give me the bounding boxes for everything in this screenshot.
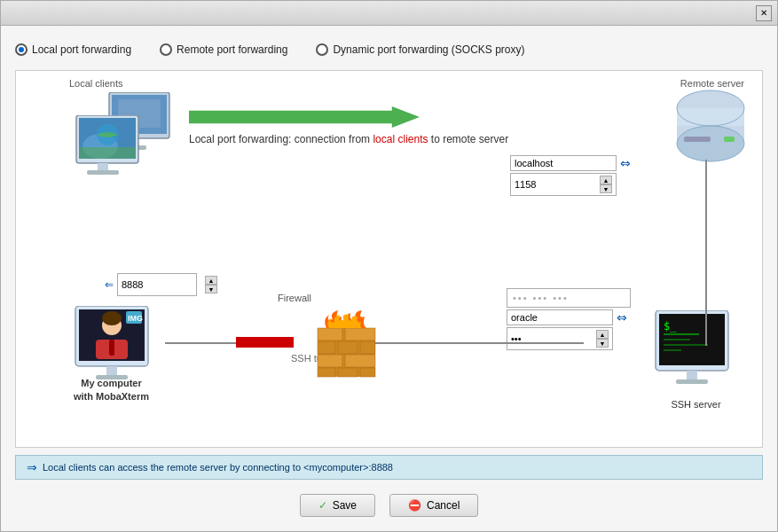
local-port-arrow-icon: ⇐ xyxy=(105,278,114,291)
local-port-box[interactable]: ▲ ▼ xyxy=(117,273,197,296)
svg-rect-38 xyxy=(664,339,690,340)
diagram-area: Local clients Remote server Firewall SSH… xyxy=(15,70,763,448)
status-text: Local clients can access the remote serv… xyxy=(43,462,393,473)
spinner-down[interactable]: ▼ xyxy=(596,339,609,348)
status-bar: ⇒ Local clients can access the remote se… xyxy=(15,455,763,480)
content-area: Local port forwarding Remote port forwar… xyxy=(1,26,777,531)
svg-rect-3 xyxy=(677,108,744,126)
line-ssh-to-remote xyxy=(705,160,707,346)
my-computer-icon: IMG xyxy=(71,306,164,397)
svg-rect-51 xyxy=(360,368,375,377)
ssh-server-icon: $_ xyxy=(651,310,744,402)
svg-rect-49 xyxy=(318,368,335,377)
ssh-port-box[interactable]: ▲ ▼ xyxy=(507,327,613,350)
firewall-block xyxy=(236,337,294,348)
svg-rect-7 xyxy=(724,137,735,142)
svg-rect-24 xyxy=(106,366,117,375)
radio-local-label: Local port forwarding xyxy=(32,43,131,56)
ssh-port-spinner[interactable]: ▲ ▼ xyxy=(596,330,609,348)
titlebar: ✕ xyxy=(1,1,777,26)
main-window: ✕ Local port forwarding Remote port forw… xyxy=(0,0,778,532)
svg-rect-28 xyxy=(109,340,114,356)
svg-rect-48 xyxy=(345,355,375,367)
svg-text:$_: $_ xyxy=(664,320,677,332)
radio-local[interactable]: Local port forwarding xyxy=(15,43,131,56)
remote-host-row: ⇔ xyxy=(510,155,631,171)
save-icon: ✓ xyxy=(318,499,327,512)
svg-rect-25 xyxy=(96,375,128,379)
svg-rect-43 xyxy=(345,328,375,340)
svg-rect-6 xyxy=(684,137,711,142)
spinner-up[interactable]: ▲ xyxy=(205,276,217,285)
ssh-host-input[interactable] xyxy=(511,312,591,323)
status-arrow-icon: ⇒ xyxy=(27,460,37,474)
spinner-down[interactable]: ▼ xyxy=(205,285,217,293)
local-port-input[interactable] xyxy=(122,279,201,290)
svg-rect-20 xyxy=(79,147,136,159)
button-row: ✓ Save ⛔ Cancel xyxy=(15,487,763,520)
remote-port-input[interactable] xyxy=(515,179,594,190)
radio-row: Local port forwarding Remote port forwar… xyxy=(15,36,763,63)
spinner-up[interactable]: ▲ xyxy=(596,330,609,339)
local-clients-label: Local clients xyxy=(69,78,123,89)
spinner-down[interactable]: ▼ xyxy=(600,184,612,193)
svg-rect-16 xyxy=(98,163,108,171)
svg-rect-17 xyxy=(87,170,119,175)
spinner-up[interactable]: ▲ xyxy=(600,176,612,184)
remote-input-group: ⇔ ▲ ▼ xyxy=(510,155,631,196)
cancel-label: Cancel xyxy=(427,499,460,512)
remote-server-label: Remote server xyxy=(680,78,744,89)
radio-dynamic-circle xyxy=(316,43,328,56)
ssh-host-box[interactable] xyxy=(507,309,613,325)
local-port-group: ⇐ ▲ ▼ xyxy=(105,273,197,296)
remote-server-icon xyxy=(675,89,746,171)
save-label: Save xyxy=(333,499,357,512)
radio-dynamic[interactable]: Dynamic port forwarding (SOCKS proxy) xyxy=(316,43,524,56)
radio-local-circle xyxy=(15,43,28,56)
ssh-input-group: ••• ••• ••• ⇔ ▲ ▼ xyxy=(507,288,631,350)
ssh-host-blurred-row: ••• ••• ••• xyxy=(507,288,631,308)
radio-remote-circle xyxy=(160,43,172,56)
close-button[interactable]: ✕ xyxy=(756,5,772,21)
description-text: Local port forwarding: connection from l… xyxy=(189,133,508,145)
remote-host-box[interactable] xyxy=(510,155,617,171)
ssh-host-row: ⇔ xyxy=(507,309,631,325)
direction-arrow xyxy=(189,105,437,129)
svg-rect-47 xyxy=(318,355,342,367)
line-firewall-to-ssh xyxy=(362,342,584,344)
ssh-host-arrow-icon: ⇔ xyxy=(617,310,627,325)
svg-rect-42 xyxy=(318,328,342,340)
svg-rect-34 xyxy=(687,371,697,379)
cancel-icon: ⛔ xyxy=(408,499,421,512)
local-client-monitor-front xyxy=(69,115,153,198)
ssh-server-label: SSH server xyxy=(649,399,743,410)
radio-dynamic-label: Dynamic port forwarding (SOCKS proxy) xyxy=(333,43,524,56)
remote-port-spinner[interactable]: ▲ ▼ xyxy=(600,176,612,193)
firewall-label: Firewall xyxy=(278,293,311,303)
remote-port-row: ▲ ▼ xyxy=(510,173,631,196)
svg-rect-37 xyxy=(664,333,699,335)
svg-rect-46 xyxy=(360,341,375,354)
svg-rect-50 xyxy=(338,368,358,377)
svg-text:IMG: IMG xyxy=(128,314,143,323)
ssh-port-row: ▲ ▼ xyxy=(507,327,631,350)
save-button[interactable]: ✓ Save xyxy=(300,494,375,517)
local-port-spinner[interactable]: ▲ ▼ xyxy=(205,276,217,293)
remote-host-input[interactable] xyxy=(515,158,594,168)
radio-remote[interactable]: Remote port forwarding xyxy=(160,43,287,56)
svg-rect-39 xyxy=(664,344,708,346)
svg-rect-45 xyxy=(338,341,358,354)
firewall-icon xyxy=(304,306,389,393)
svg-point-29 xyxy=(102,311,122,325)
ssh-host-blurred: ••• ••• ••• xyxy=(513,293,569,303)
remote-host-arrow-icon: ⇔ xyxy=(620,156,631,170)
radio-remote-label: Remote port forwarding xyxy=(177,43,287,56)
cancel-button[interactable]: ⛔ Cancel xyxy=(389,494,478,517)
svg-rect-44 xyxy=(318,341,335,354)
remote-port-box[interactable]: ▲ ▼ xyxy=(510,173,617,196)
svg-rect-40 xyxy=(664,349,681,351)
svg-rect-35 xyxy=(676,379,708,384)
